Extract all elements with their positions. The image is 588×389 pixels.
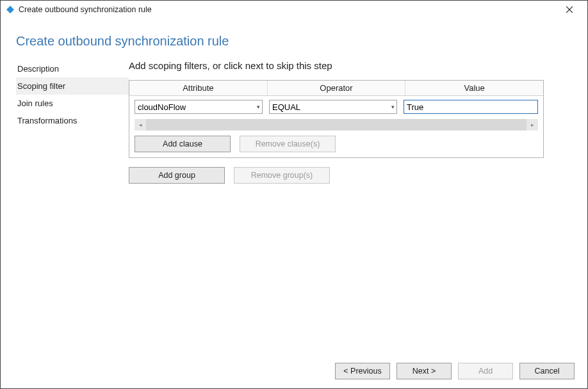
filter-clause-row: cloudNoFlow ▾ EQUAL ▾ xyxy=(129,96,543,118)
add-group-button[interactable]: Add group xyxy=(129,167,225,184)
column-header-operator: Operator xyxy=(268,81,406,95)
add-clause-button[interactable]: Add clause xyxy=(135,136,231,152)
previous-button[interactable]: < Previous xyxy=(335,363,390,379)
main-panel: Add scoping filters, or click next to sk… xyxy=(129,60,587,356)
horizontal-scrollbar[interactable]: ◂ ▸ xyxy=(135,119,538,131)
clause-button-row: Add clause Remove clause(s) xyxy=(129,136,543,157)
close-button[interactable] xyxy=(557,1,582,19)
sidebar-item-scoping-filter[interactable]: Scoping filter xyxy=(16,77,129,95)
window-title: Create outbound synchronization rule xyxy=(19,5,152,14)
wizard-sidebar: Description Scoping filter Join rules Tr… xyxy=(1,60,129,356)
next-button[interactable]: Next > xyxy=(396,363,452,379)
dialog-footer: < Previous Next > Add Cancel xyxy=(1,356,587,388)
cancel-button[interactable]: Cancel xyxy=(519,363,575,379)
column-header-value: Value xyxy=(405,81,543,95)
content-area: Description Scoping filter Join rules Tr… xyxy=(1,60,587,356)
scroll-right-arrow[interactable]: ▸ xyxy=(527,119,538,131)
svg-marker-0 xyxy=(6,6,14,13)
scoping-filter-box: Attribute Operator Value cloudNoFlow ▾ xyxy=(129,80,544,158)
instruction-text: Add scoping filters, or click next to sk… xyxy=(129,60,562,71)
column-header-attribute: Attribute xyxy=(129,81,268,95)
filter-header-row: Attribute Operator Value xyxy=(129,81,543,96)
operator-combo-wrap: EQUAL ▾ xyxy=(269,100,397,114)
sidebar-item-transformations[interactable]: Transformations xyxy=(16,112,129,129)
attribute-combo-wrap: cloudNoFlow ▾ xyxy=(135,100,263,114)
dialog-body: Create outbound synchronization rule Des… xyxy=(1,19,587,356)
add-button: Add xyxy=(458,363,513,379)
remove-groups-button: Remove group(s) xyxy=(234,167,330,184)
remove-clauses-button: Remove clause(s) xyxy=(240,136,336,152)
operator-select[interactable]: EQUAL xyxy=(269,100,397,114)
sidebar-item-join-rules[interactable]: Join rules xyxy=(16,95,129,112)
sidebar-item-description[interactable]: Description xyxy=(16,60,129,77)
titlebar: Create outbound synchronization rule xyxy=(1,1,587,19)
scroll-left-arrow[interactable]: ◂ xyxy=(135,119,146,131)
value-input[interactable] xyxy=(404,100,538,114)
dialog-window: Create outbound synchronization rule Cre… xyxy=(0,0,588,389)
attribute-select[interactable]: cloudNoFlow xyxy=(135,100,263,114)
app-icon xyxy=(6,5,15,14)
scroll-track[interactable] xyxy=(146,119,527,131)
group-button-row: Add group Remove group(s) xyxy=(129,167,562,184)
page-title: Create outbound synchronization rule xyxy=(1,19,587,60)
